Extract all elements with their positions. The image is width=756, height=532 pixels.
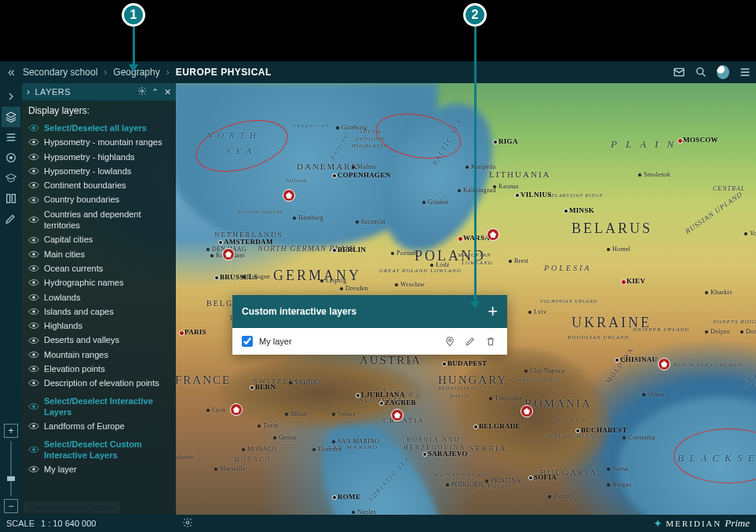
- tool-expand[interactable]: [2, 86, 20, 107]
- layers-select-interactive[interactable]: Select/Deselect Interactive Layers: [28, 394, 170, 420]
- popup-pin-icon[interactable]: [443, 334, 457, 348]
- layer-toggle[interactable]: Deserts and valleys: [28, 333, 170, 347]
- city-marker: [320, 279, 323, 282]
- zoom-out-button[interactable]: −: [4, 499, 18, 513]
- city-marker: [336, 126, 339, 129]
- tool-legend[interactable]: [2, 127, 20, 148]
- user-avatar[interactable]: [717, 66, 729, 78]
- layer-label: Deserts and valleys: [44, 334, 170, 345]
- zoom-in-button[interactable]: +: [4, 424, 18, 438]
- layer-toggle[interactable]: Lowlands: [28, 290, 170, 304]
- eye-icon: [28, 250, 39, 258]
- layers-settings-icon[interactable]: [137, 86, 147, 97]
- city-marker: [446, 483, 449, 486]
- tool-draw[interactable]: [2, 209, 20, 229]
- layer-toggle[interactable]: Elevation points: [28, 362, 170, 376]
- zoom-thumb[interactable]: [7, 476, 15, 481]
- tool-education[interactable]: [2, 168, 20, 188]
- landform-marker[interactable]: [391, 409, 404, 421]
- eye-icon: [28, 365, 39, 373]
- mail-icon[interactable]: [673, 66, 685, 78]
- svg-point-14: [32, 267, 35, 270]
- layer-toggle[interactable]: Landforms of Europe: [28, 419, 170, 433]
- layer-toggle[interactable]: Mountain ranges: [28, 348, 170, 362]
- popup-edit-icon[interactable]: [463, 334, 477, 348]
- zoom-slider[interactable]: [10, 441, 12, 496]
- back-button[interactable]: «: [5, 65, 18, 79]
- svg-point-17: [32, 310, 35, 313]
- landform-marker[interactable]: [222, 248, 235, 261]
- city-marker: [485, 479, 488, 483]
- city-marker: [489, 397, 492, 400]
- city-marker: [214, 275, 219, 280]
- layer-toggle[interactable]: Capital cities: [28, 232, 170, 246]
- popup-layer-checkbox[interactable]: [242, 336, 253, 347]
- city-marker: [744, 232, 747, 235]
- city-marker: [615, 358, 619, 363]
- city-marker: [332, 173, 337, 178]
- footer-settings-icon[interactable]: [182, 517, 193, 530]
- layers-collapse-toggle[interactable]: ›: [27, 86, 31, 97]
- layer-toggle[interactable]: Hypsometry - lowlands: [28, 164, 170, 178]
- svg-point-10: [32, 199, 35, 202]
- main-area: + − GERMANYPOLANDBELARUSUKRAINEROMANIAHU…: [0, 83, 756, 515]
- layer-toggle[interactable]: Country boundaries: [28, 192, 170, 206]
- city-marker: [242, 448, 245, 451]
- city-marker: [458, 189, 461, 192]
- city-marker: [705, 330, 708, 333]
- svg-point-28: [187, 521, 190, 524]
- layer-toggle[interactable]: Countries and dependent territories: [28, 207, 170, 233]
- layers-minimize-icon[interactable]: ⌃: [152, 87, 159, 97]
- eye-icon: [28, 422, 39, 430]
- landform-marker[interactable]: [283, 189, 295, 202]
- city-marker: [340, 287, 343, 290]
- layer-label: Country boundaries: [44, 194, 170, 205]
- layer-label: Highlands: [44, 320, 170, 331]
- footer-bar: SCALE 1 : 10 640 000 ✦ MERIDIAN Prime: [0, 515, 756, 532]
- city-marker: [430, 264, 433, 267]
- landform-marker[interactable]: [487, 228, 499, 241]
- brand-logo: ✦ MERIDIAN Prime: [653, 517, 750, 530]
- layer-toggle[interactable]: Description of elevation points: [28, 376, 170, 390]
- layer-toggle[interactable]: Islands and capes: [28, 304, 170, 319]
- city-marker: [273, 436, 276, 439]
- city-marker: [607, 483, 610, 486]
- svg-point-19: [32, 339, 35, 342]
- popup-delete-icon[interactable]: [484, 334, 498, 348]
- layer-toggle[interactable]: My layer: [28, 462, 170, 476]
- app-window: « Secondary school › Geography › EUROPE …: [0, 61, 756, 532]
- svg-point-5: [32, 126, 35, 129]
- layers-select-all[interactable]: Select/Deselect all layers: [28, 121, 170, 135]
- layer-toggle[interactable]: Hydrographic names: [28, 275, 170, 290]
- scale-label: SCALE: [6, 519, 35, 528]
- layer-toggle[interactable]: Hypsometry - highlands: [28, 150, 170, 164]
- city-marker: [422, 201, 425, 204]
- city-marker: [548, 495, 551, 498]
- eye-icon: [28, 153, 39, 161]
- city-marker: [705, 291, 708, 294]
- menu-icon[interactable]: [739, 66, 751, 78]
- svg-point-23: [32, 405, 35, 408]
- popup-layer-name: My layer: [259, 337, 436, 346]
- tool-places[interactable]: [2, 148, 20, 168]
- layers-select-custom[interactable]: Select/Deselect Custom Interactive Layer…: [28, 437, 170, 463]
- city-marker: [391, 252, 394, 255]
- layer-toggle[interactable]: Main cities: [28, 247, 170, 261]
- layer-label: Continent boundaries: [44, 180, 170, 191]
- popup-add-button[interactable]: +: [488, 303, 498, 320]
- breadcrumb-level-1[interactable]: Secondary school: [23, 67, 97, 78]
- landform-marker[interactable]: [658, 358, 670, 370]
- landform-marker[interactable]: [230, 403, 243, 416]
- landform-marker[interactable]: [520, 405, 533, 417]
- layer-toggle[interactable]: Ocean currents: [28, 261, 170, 275]
- search-icon[interactable]: [695, 66, 707, 78]
- layer-toggle[interactable]: Highlands: [28, 319, 170, 333]
- city-marker: [524, 370, 528, 373]
- layer-toggle[interactable]: Continent boundaries: [28, 178, 170, 192]
- svg-point-13: [32, 253, 35, 256]
- eye-icon: [28, 138, 39, 146]
- tool-layers[interactable]: [2, 107, 20, 127]
- layer-toggle[interactable]: Hypsometry - mountain ranges: [28, 135, 170, 149]
- tool-library[interactable]: [2, 188, 20, 209]
- layers-close-icon[interactable]: ✕: [164, 87, 172, 97]
